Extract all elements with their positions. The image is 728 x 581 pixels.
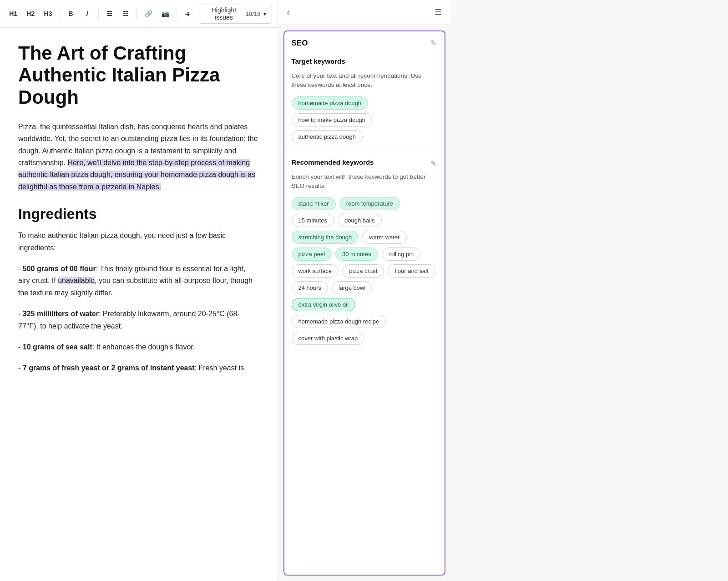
target-keyword-tag-2[interactable]: authentic pizza dough xyxy=(292,130,363,143)
back-button[interactable]: ‹ xyxy=(285,6,292,19)
recommended-keyword-tag-6[interactable]: pizza peel xyxy=(292,248,332,261)
chevron-down-icon xyxy=(263,10,266,17)
remaining-space xyxy=(451,0,728,581)
target-keyword-tag-0[interactable]: homemade pizza dough xyxy=(292,96,369,110)
clear-format-button[interactable]: T̶ xyxy=(181,6,195,21)
ingredient-1-highlight: unavailable xyxy=(58,277,95,284)
recommended-keywords-label: Recommended keywords xyxy=(292,158,374,166)
ingredient-3-label: 10 grams of sea salt xyxy=(23,343,92,351)
h2-button[interactable]: H2 xyxy=(23,6,38,21)
recommended-keyword-tag-7[interactable]: 30 minutes xyxy=(335,248,378,261)
toolbar-divider-3 xyxy=(136,8,137,19)
link-button[interactable]: 🔗 xyxy=(141,6,156,21)
recommended-keyword-tag-5[interactable]: warm water xyxy=(362,231,406,244)
recommended-keyword-tag-8[interactable]: rolling pin xyxy=(382,248,421,261)
recommended-keywords-tags: stand mixerroom temperature15 minutesdou… xyxy=(292,197,437,345)
bold-button[interactable]: B xyxy=(64,6,78,21)
hamburger-menu-button[interactable]: ☰ xyxy=(433,5,444,19)
recommended-keyword-tag-10[interactable]: pizza crust xyxy=(342,264,384,278)
target-keywords-label: Target keywords xyxy=(292,57,345,65)
highlight-count: 18/18 xyxy=(246,10,261,17)
editor-body: Pizza, the quintessential Italian dish, … xyxy=(18,121,259,374)
highlight-issues-button[interactable]: Highlight issues 18/18 xyxy=(199,4,272,24)
italic-button[interactable]: I xyxy=(80,6,95,21)
recommended-keyword-tag-2[interactable]: 15 minutes xyxy=(292,214,334,227)
recommended-keyword-tag-3[interactable]: dough balls xyxy=(338,214,382,227)
recommended-keyword-tag-0[interactable]: stand mixer xyxy=(292,197,336,210)
target-keywords-tags: homemade pizza doughhow to make pizza do… xyxy=(292,96,437,143)
panel-header: ‹ ☰ xyxy=(278,0,451,25)
seo-panel: SEO ✎ Target keywords Core of your text … xyxy=(283,30,445,576)
recommended-keywords-section: Recommended keywords ✎ Enrich your text … xyxy=(284,151,445,353)
ingredient-1: - 500 grams of 00 flour: This finely gro… xyxy=(18,263,259,299)
recommended-keyword-tag-12[interactable]: 24 hours xyxy=(292,281,329,294)
seo-panel-title: SEO xyxy=(292,39,308,48)
toolbar-divider-2 xyxy=(98,8,99,19)
h1-button[interactable]: H1 xyxy=(5,6,21,21)
ingredient-3: - 10 grams of sea salt: It enhances the … xyxy=(18,341,259,353)
article-title: The Art of Crafting Authentic Italian Pi… xyxy=(18,42,259,108)
ingredient-4-label: 7 grams of fresh yeast or 2 grams of ins… xyxy=(23,364,195,372)
recommended-keyword-tag-15[interactable]: homemade pizza dough recipe xyxy=(292,315,386,328)
target-keywords-header: Target keywords xyxy=(292,57,437,68)
recommended-edit-button[interactable]: ✎ xyxy=(430,158,437,169)
unordered-list-button[interactable]: ☷ xyxy=(118,6,133,21)
target-keywords-description: Core of your text and all recommendation… xyxy=(292,71,437,90)
recommended-keyword-tag-14[interactable]: extra virgin olive oil xyxy=(292,298,356,311)
target-keyword-tag-1[interactable]: how to make pizza dough xyxy=(292,113,372,126)
recommended-keyword-tag-16[interactable]: cover with plastic wrap xyxy=(292,332,365,345)
seo-edit-button[interactable]: ✎ xyxy=(430,38,437,48)
recommended-keywords-description: Enrich your text with these keywords to … xyxy=(292,172,437,191)
ingredient-2: - 325 milliliters of water: Preferably l… xyxy=(18,308,259,332)
editor-content-area[interactable]: The Art of Crafting Authentic Italian Pi… xyxy=(0,28,278,581)
ingredient-4: - 7 grams of fresh yeast or 2 grams of i… xyxy=(18,362,259,374)
ingredient-2-label: 325 milliliters of water xyxy=(23,310,99,318)
target-keywords-section: Target keywords Core of your text and al… xyxy=(284,50,445,151)
ingredients-intro: To make authentic Italian pizza dough, y… xyxy=(18,230,259,254)
right-panel: ‹ ☰ SEO ✎ Target keywords Core of your t… xyxy=(278,0,451,581)
recommended-keyword-tag-11[interactable]: flour and salt xyxy=(388,264,435,278)
recommended-keyword-tag-13[interactable]: large bowl xyxy=(332,281,372,294)
image-button[interactable]: 📷 xyxy=(158,6,173,21)
editor-toolbar: H1 H2 H3 B I ☰ ☷ 🔗 📷 T̶ Highlight issues… xyxy=(0,0,278,28)
ingredient-1-label: 500 grams of 00 flour xyxy=(23,265,96,273)
h3-button[interactable]: H3 xyxy=(40,6,56,21)
recommended-keyword-tag-9[interactable]: work surface xyxy=(292,264,339,278)
intro-paragraph: Pizza, the quintessential Italian dish, … xyxy=(18,121,259,193)
recommended-keyword-tag-4[interactable]: stretching the dough xyxy=(292,231,359,244)
toolbar-divider-1 xyxy=(60,8,60,19)
toolbar-divider-4 xyxy=(177,8,177,19)
recommended-keyword-tag-1[interactable]: room temperature xyxy=(339,197,400,210)
ingredients-heading: Ingredients xyxy=(18,206,259,222)
ordered-list-button[interactable]: ☰ xyxy=(102,6,116,21)
recommended-keywords-header: Recommended keywords ✎ xyxy=(292,158,437,169)
highlight-label: Highlight issues xyxy=(205,6,243,21)
